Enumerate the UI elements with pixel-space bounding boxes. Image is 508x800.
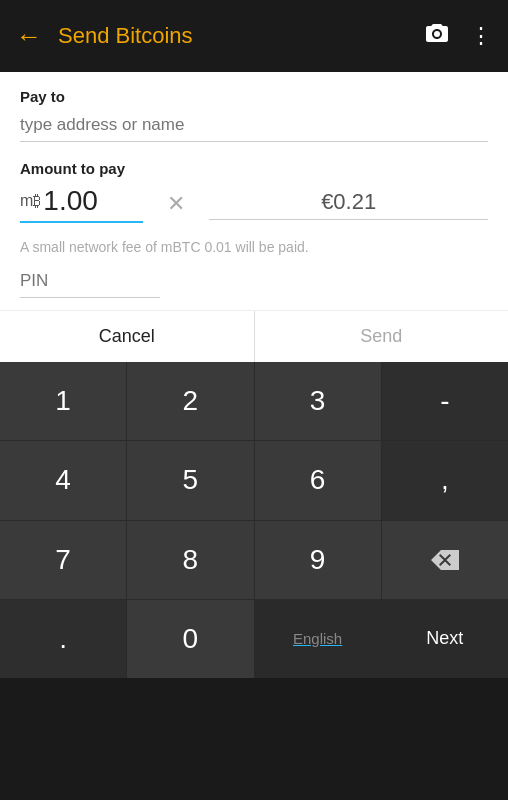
fee-note: A small network fee of mBTC 0.01 will be… — [20, 239, 488, 255]
more-options-icon[interactable]: ⋮ — [470, 23, 492, 49]
key-8[interactable]: 8 — [127, 521, 253, 599]
pay-to-label: Pay to — [20, 88, 488, 105]
backspace-key[interactable] — [382, 521, 508, 599]
btc-symbol: m₿ — [20, 192, 41, 210]
camera-icon[interactable] — [424, 22, 450, 50]
key-0[interactable]: 0 — [127, 600, 253, 678]
key-6[interactable]: 6 — [255, 441, 381, 519]
page-title: Send Bitcoins — [58, 23, 408, 49]
amount-label: Amount to pay — [20, 160, 488, 177]
eur-amount-display: €0.21 — [209, 189, 488, 220]
action-row: Cancel Send — [0, 310, 508, 362]
btc-amount-input[interactable] — [43, 185, 143, 217]
numeric-keyboard: 123-456,789 .0EnglishNext — [0, 362, 508, 678]
pin-input[interactable] — [20, 267, 160, 298]
cancel-button[interactable]: Cancel — [0, 311, 255, 362]
amount-row: m₿ ✕ €0.21 — [20, 185, 488, 223]
form-area: Pay to Amount to pay m₿ ✕ €0.21 A small … — [0, 72, 508, 310]
key-special-dash[interactable]: - — [382, 362, 508, 440]
amount-section: Amount to pay m₿ ✕ €0.21 — [20, 160, 488, 223]
btc-input-wrap: m₿ — [20, 185, 143, 223]
key-5[interactable]: 5 — [127, 441, 253, 519]
key-3[interactable]: 3 — [255, 362, 381, 440]
svg-point-0 — [434, 31, 440, 37]
app-header: ← Send Bitcoins ⋮ — [0, 0, 508, 72]
key-special-comma[interactable]: , — [382, 441, 508, 519]
english-key[interactable]: English — [255, 600, 381, 678]
key-9[interactable]: 9 — [255, 521, 381, 599]
send-button[interactable]: Send — [255, 311, 509, 362]
back-button[interactable]: ← — [16, 23, 42, 49]
key-4[interactable]: 4 — [0, 441, 126, 519]
key-special-dot[interactable]: . — [0, 600, 126, 678]
key-1[interactable]: 1 — [0, 362, 126, 440]
clear-button[interactable]: ✕ — [167, 191, 185, 217]
key-2[interactable]: 2 — [127, 362, 253, 440]
next-key[interactable]: Next — [382, 600, 508, 678]
key-7[interactable]: 7 — [0, 521, 126, 599]
pay-to-input[interactable] — [20, 111, 488, 142]
header-icons: ⋮ — [424, 22, 492, 50]
